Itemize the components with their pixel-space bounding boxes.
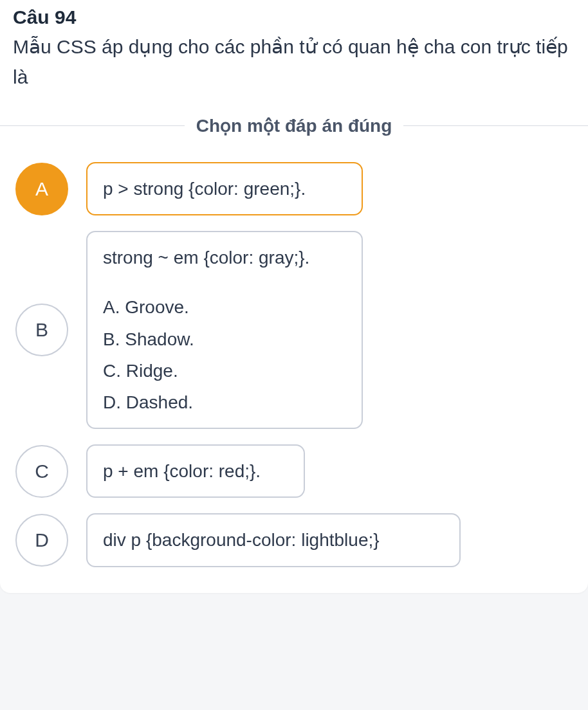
option-c-letter[interactable]: C — [15, 445, 68, 498]
instruction-label: Chọn một đáp án đúng — [196, 115, 392, 136]
option-b-letter[interactable]: B — [15, 304, 68, 356]
question-number: Câu 94 — [13, 6, 575, 28]
options-list: A p > strong {color: green;}. B strong ~… — [13, 162, 575, 567]
option-a[interactable]: A p > strong {color: green;}. — [15, 162, 573, 215]
option-b-line1: strong ~ em {color: gray;}. — [103, 245, 346, 270]
option-c-box[interactable]: p + em {color: red;}. — [86, 444, 305, 498]
option-d-box[interactable]: div p {background-color: lightblue;} — [86, 513, 461, 567]
option-a-text: p > strong {color: green;}. — [103, 176, 346, 201]
option-a-letter[interactable]: A — [15, 163, 68, 215]
option-c[interactable]: C p + em {color: red;}. — [15, 444, 573, 498]
option-d[interactable]: D div p {background-color: lightblue;} — [15, 513, 573, 567]
divider-line-left — [0, 125, 185, 126]
instruction-divider: Chọn một đáp án đúng — [0, 115, 588, 136]
option-d-text: div p {background-color: lightblue;} — [103, 527, 444, 552]
option-b-sub2: B. Shadow. — [103, 327, 346, 352]
option-b-box[interactable]: strong ~ em {color: gray;}. A. Groove. B… — [86, 231, 363, 429]
option-b[interactable]: B strong ~ em {color: gray;}. A. Groove.… — [15, 231, 573, 429]
divider-line-right — [403, 125, 588, 126]
option-b-sub1: A. Groove. — [103, 295, 346, 320]
option-c-text: p + em {color: red;}. — [103, 459, 288, 484]
option-d-letter[interactable]: D — [15, 514, 68, 567]
question-card: Câu 94 Mẫu CSS áp dụng cho các phần tử c… — [0, 0, 588, 593]
question-text: Mẫu CSS áp dụng cho các phần tử có quan … — [13, 32, 575, 92]
option-b-sub3: C. Ridge. — [103, 358, 346, 383]
option-b-sub4: D. Dashed. — [103, 390, 346, 415]
option-a-box[interactable]: p > strong {color: green;}. — [86, 162, 363, 215]
